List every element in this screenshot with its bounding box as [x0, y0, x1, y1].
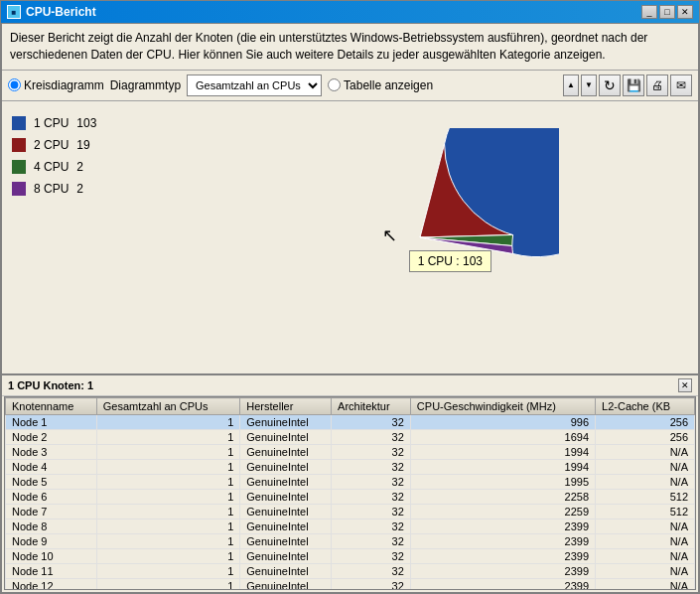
email-button[interactable]: ✉ [670, 74, 692, 96]
window-icon: ■ [7, 5, 21, 19]
cell-cache: N/A [596, 564, 695, 579]
col-header-vendor: Hersteller [240, 398, 332, 415]
cell-cache: 256 [596, 415, 695, 430]
cell-arch: 32 [332, 520, 411, 534]
cell-arch: 32 [332, 445, 411, 460]
cell-name: Node 2 [6, 430, 97, 445]
content-area: Dieser Bericht zeigt die Anzahl der Knot… [1, 23, 699, 593]
cell-arch: 32 [332, 430, 411, 445]
col-header-arch: Architektur [332, 398, 411, 415]
table-row[interactable]: Node 2 1 GenuineIntel 32 1694 256 [6, 430, 695, 445]
radio-table-label[interactable]: Tabelle anzeigen [328, 78, 433, 92]
cell-cache: 256 [596, 430, 695, 445]
cell-cache: N/A [596, 549, 695, 564]
legend-area: 1 CPU 103 2 CPU 19 4 CPU 2 [12, 111, 131, 364]
cell-speed: 2399 [410, 564, 595, 579]
main-window: ■ CPU-Bericht _ □ ✕ Dieser Bericht zeigt… [0, 0, 700, 594]
col-header-cache: L2-Cache (KB [596, 398, 695, 415]
cell-speed: 1995 [410, 475, 595, 490]
close-button[interactable]: ✕ [677, 5, 693, 19]
cell-cpus: 1 [96, 549, 240, 564]
cell-cpus: 1 [96, 490, 240, 505]
data-table-container[interactable]: Knotenname Gesamtzahl an CPUs Hersteller… [4, 396, 696, 590]
cell-cpus: 1 [96, 579, 240, 591]
table-row[interactable]: Node 9 1 GenuineIntel 32 2399 N/A [6, 534, 695, 549]
cell-cpus: 1 [96, 430, 240, 445]
table-row[interactable]: Node 11 1 GenuineIntel 32 2399 N/A [6, 564, 695, 579]
table-row[interactable]: Node 3 1 GenuineIntel 32 1994 N/A [6, 445, 695, 460]
cell-cache: N/A [596, 445, 695, 460]
table-row[interactable]: Node 8 1 GenuineIntel 32 2399 N/A [6, 520, 695, 534]
cell-cache: N/A [596, 475, 695, 490]
legend-item-8cpu: 8 CPU 2 [12, 182, 131, 196]
cell-name: Node 4 [6, 460, 97, 475]
cell-arch: 32 [332, 505, 411, 520]
toolbar: Kreisdiagramm Diagrammtyp Gesamtzahl an … [2, 71, 698, 101]
chart-type-label: Diagrammtyp [110, 78, 181, 92]
cell-name: Node 1 [6, 415, 97, 430]
cell-name: Node 5 [6, 475, 97, 490]
cell-name: Node 10 [6, 549, 97, 564]
cell-cache: N/A [596, 520, 695, 534]
legend-label-4cpu: 4 CPU [34, 160, 69, 174]
print-button[interactable]: 🖨 [646, 74, 668, 96]
table-row[interactable]: Node 7 1 GenuineIntel 32 2259 512 [6, 505, 695, 520]
cell-arch: 32 [332, 460, 411, 475]
cell-vendor: GenuineIntel [240, 475, 332, 490]
radio-chart[interactable] [8, 78, 21, 91]
bottom-panel-header: 1 CPU Knoten: 1 ✕ [2, 375, 698, 396]
cell-speed: 2399 [410, 579, 595, 591]
radio-chart-label[interactable]: Kreisdiagramm [8, 78, 104, 92]
minimize-button[interactable]: _ [641, 5, 657, 19]
legend-label-1cpu: 1 CPU [34, 116, 69, 130]
cell-vendor: GenuineIntel [240, 445, 332, 460]
cell-vendor: GenuineIntel [240, 415, 332, 430]
cell-cache: N/A [596, 460, 695, 475]
cell-speed: 996 [410, 415, 595, 430]
cell-vendor: GenuineIntel [240, 520, 332, 534]
cell-cache: 512 [596, 490, 695, 505]
toolbar-buttons: ▲ ▼ ↻ 💾 🖨 ✉ [563, 74, 692, 96]
table-row[interactable]: Node 10 1 GenuineIntel 32 2399 N/A [6, 549, 695, 564]
radio-table[interactable] [328, 78, 341, 91]
cell-vendor: GenuineIntel [240, 564, 332, 579]
cell-vendor: GenuineIntel [240, 460, 332, 475]
cell-cpus: 1 [96, 564, 240, 579]
save-button[interactable]: 💾 [623, 74, 644, 96]
scroll-up-button[interactable]: ▲ [563, 74, 579, 96]
table-header: Knotenname Gesamtzahl an CPUs Hersteller… [6, 398, 695, 415]
cell-speed: 2399 [410, 549, 595, 564]
table-body: Node 1 1 GenuineIntel 32 996 256 Node 2 … [6, 415, 695, 591]
cell-arch: 32 [332, 415, 411, 430]
restore-button[interactable]: □ [659, 5, 675, 19]
scroll-down-button[interactable]: ▼ [581, 74, 597, 96]
radio-group: Kreisdiagramm [8, 78, 104, 92]
cell-cpus: 1 [96, 520, 240, 534]
cell-cpus: 1 [96, 415, 240, 430]
legend-value-1cpu: 103 [76, 116, 96, 130]
legend-color-2cpu [12, 138, 26, 152]
refresh-button[interactable]: ↻ [599, 74, 621, 96]
cell-vendor: GenuineIntel [240, 430, 332, 445]
col-header-cpus: Gesamtzahl an CPUs [96, 398, 240, 415]
cell-name: Node 12 [6, 579, 97, 591]
title-controls: _ □ ✕ [641, 5, 693, 19]
table-row[interactable]: Node 12 1 GenuineIntel 32 2399 N/A [6, 579, 695, 591]
description-text: Dieser Bericht zeigt die Anzahl der Knot… [10, 31, 647, 62]
table-row[interactable]: Node 1 1 GenuineIntel 32 996 256 [6, 415, 695, 430]
cell-speed: 2258 [410, 490, 595, 505]
cell-cache: N/A [596, 579, 695, 591]
chart-type-select[interactable]: Gesamtzahl an CPUs [187, 74, 322, 96]
close-panel-button[interactable]: ✕ [678, 378, 692, 392]
cell-name: Node 11 [6, 564, 97, 579]
cell-speed: 2399 [410, 520, 595, 534]
legend-color-1cpu [12, 116, 26, 130]
table-row[interactable]: Node 6 1 GenuineIntel 32 2258 512 [6, 490, 695, 505]
legend-value-4cpu: 2 [76, 160, 83, 174]
cell-cpus: 1 [96, 445, 240, 460]
table-row[interactable]: Node 5 1 GenuineIntel 32 1995 N/A [6, 475, 695, 490]
table-row[interactable]: Node 4 1 GenuineIntel 32 1994 N/A [6, 460, 695, 475]
cell-arch: 32 [332, 534, 411, 549]
legend-item-2cpu: 2 CPU 19 [12, 138, 131, 152]
legend-value-2cpu: 19 [76, 138, 89, 152]
